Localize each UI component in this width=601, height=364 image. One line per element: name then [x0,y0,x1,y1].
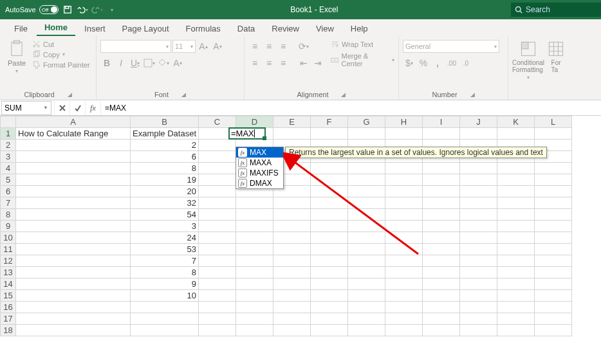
autosave-toggle[interactable]: Off [39,5,59,14]
cell[interactable] [16,302,131,313]
cell[interactable] [460,163,497,174]
cell[interactable] [311,174,348,186]
format-as-table-button[interactable]: ForTa [547,40,565,73]
cell[interactable] [460,197,497,209]
tab-formulas[interactable]: Formulas [178,21,228,36]
cell[interactable] [199,140,236,151]
cell[interactable] [273,313,311,325]
cell[interactable] [348,244,385,255]
align-center-icon[interactable]: ≡ [263,57,275,69]
row-header[interactable]: 6 [1,186,16,197]
cell[interactable] [385,267,423,278]
row-header[interactable]: 13 [1,267,16,278]
cell[interactable] [236,221,273,232]
comma-format-button[interactable]: , [431,57,444,69]
cell[interactable] [273,232,311,244]
cell[interactable] [348,186,385,197]
col-header[interactable]: I [423,116,460,128]
cell[interactable] [311,302,348,313]
cell[interactable] [497,128,535,140]
number-format-combo[interactable]: General▾ [403,40,499,53]
row-header[interactable]: 4 [1,163,16,174]
cell[interactable] [348,221,385,232]
cell[interactable] [16,325,131,336]
cell[interactable]: 20 [131,186,199,197]
select-all-corner[interactable] [1,116,16,128]
autocomplete-item-maxa[interactable]: fxMAXA [236,158,283,168]
align-right-icon[interactable]: ≡ [277,57,290,69]
cell[interactable]: 24 [131,232,199,244]
col-header[interactable]: L [535,116,572,128]
cell[interactable] [497,197,535,209]
cell[interactable]: 8 [131,267,199,278]
cell[interactable] [423,186,460,197]
cell[interactable] [385,197,423,209]
conditional-formatting-button[interactable]: Conditional Formatting▾ [512,40,544,80]
cell[interactable] [236,290,273,302]
insert-function-icon[interactable]: fx [85,101,100,115]
autocomplete-item-max[interactable]: fxMAX [236,147,283,158]
cell[interactable] [273,244,311,255]
cell[interactable] [385,313,423,325]
increase-decimal-icon[interactable]: .00 [445,57,458,69]
font-dialog-icon[interactable]: ◢ [181,91,186,98]
copy-button[interactable]: Copy ▾ [32,50,90,59]
enter-formula-icon[interactable] [69,101,85,115]
row-header[interactable]: 11 [1,244,16,255]
cell[interactable] [385,128,423,140]
cell[interactable] [311,232,348,244]
cell[interactable] [385,221,423,232]
cell[interactable] [497,232,535,244]
cell[interactable] [497,278,535,290]
cell[interactable] [348,267,385,278]
cell[interactable] [423,255,460,267]
cell[interactable] [535,302,572,313]
cell[interactable] [348,163,385,174]
cell[interactable] [273,290,311,302]
cell[interactable] [16,221,131,232]
cell[interactable] [348,128,385,140]
row-header[interactable]: 12 [1,255,16,267]
cell[interactable] [236,209,273,221]
cell[interactable] [236,313,273,325]
cell[interactable] [236,278,273,290]
cell[interactable] [460,278,497,290]
cell[interactable] [199,267,236,278]
col-header[interactable]: F [311,116,348,128]
cell[interactable]: 54 [131,209,199,221]
col-header[interactable]: H [385,116,423,128]
cell[interactable] [460,302,497,313]
cancel-formula-icon[interactable] [54,101,69,115]
cell[interactable] [497,267,535,278]
cell[interactable] [423,174,460,186]
cell[interactable] [311,278,348,290]
cell[interactable] [385,186,423,197]
row-header[interactable]: 3 [1,151,16,163]
cell[interactable] [311,244,348,255]
col-header[interactable]: E [273,116,311,128]
border-button[interactable]: ▾ [143,57,156,69]
cell[interactable] [273,267,311,278]
row-header[interactable]: 1 [1,128,16,140]
cell[interactable] [311,267,348,278]
cell[interactable] [273,209,311,221]
decrease-decimal-icon[interactable]: .0 [459,57,472,69]
cell[interactable] [497,163,535,174]
redo-icon[interactable]: ▾ [91,4,103,15]
cell[interactable] [311,163,348,174]
cell[interactable] [385,325,423,336]
cell[interactable]: How to Calculate Range [16,128,131,140]
cell[interactable] [535,267,572,278]
cell[interactable] [348,302,385,313]
cell[interactable] [199,244,236,255]
cell[interactable] [311,209,348,221]
cell[interactable] [497,174,535,186]
cell[interactable] [16,209,131,221]
cell[interactable] [273,128,311,140]
cell[interactable]: 8 [131,163,199,174]
cell[interactable] [385,255,423,267]
cell[interactable] [385,244,423,255]
cell[interactable] [535,174,572,186]
qat-customize-icon[interactable]: ▾ [106,4,118,15]
bold-button[interactable]: B [100,57,113,69]
